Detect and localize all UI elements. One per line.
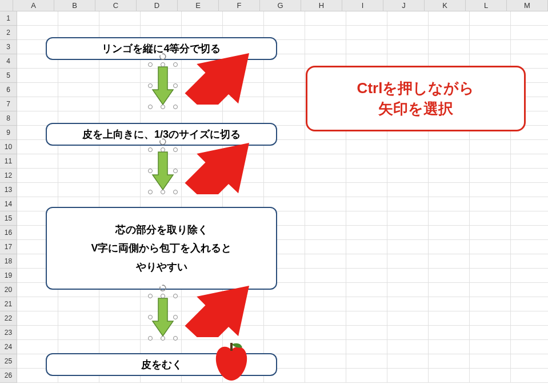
row-header[interactable]: 14 <box>0 197 17 211</box>
flow-arrow-2[interactable] <box>151 151 174 191</box>
row-header[interactable]: 11 <box>0 154 17 169</box>
flow-box-3-line2: V字に両側から包丁を入れると <box>91 239 231 257</box>
row-header[interactable]: 7 <box>0 97 17 111</box>
col-header[interactable]: H <box>301 0 342 11</box>
svg-rect-0 <box>230 343 233 351</box>
row-header[interactable]: 13 <box>0 183 17 197</box>
row-header[interactable]: 8 <box>0 111 17 126</box>
col-header[interactable]: C <box>95 0 137 11</box>
row-header[interactable]: 15 <box>0 211 17 226</box>
col-header[interactable]: D <box>137 0 178 11</box>
callout-line2: 矢印を選択 <box>321 98 510 119</box>
row-header[interactable]: 25 <box>0 354 17 369</box>
row-header[interactable]: 12 <box>0 169 17 183</box>
flow-arrow-3[interactable] <box>151 297 174 337</box>
col-header[interactable]: E <box>178 0 219 11</box>
row-header[interactable]: 20 <box>0 283 17 297</box>
row-header[interactable]: 4 <box>0 54 17 69</box>
row-header[interactable]: 18 <box>0 254 17 269</box>
flow-arrow-1[interactable] <box>151 66 174 106</box>
row-header[interactable]: 16 <box>0 226 17 240</box>
flow-box-3-line1: 芯の部分を取り除く <box>115 221 208 239</box>
row-header[interactable]: 9 <box>0 126 17 140</box>
row-header[interactable]: 24 <box>0 340 17 354</box>
col-header[interactable]: M <box>507 0 548 11</box>
row-header[interactable]: 19 <box>0 269 17 283</box>
annotation-arrow-2 <box>177 143 257 197</box>
rotate-handle-icon[interactable] <box>159 53 167 61</box>
row-header[interactable]: 26 <box>0 369 17 383</box>
col-header[interactable]: F <box>219 0 260 11</box>
rotate-handle-icon[interactable] <box>159 138 167 146</box>
row-header[interactable]: 23 <box>0 326 17 340</box>
flow-box-3-line3: やりやすい <box>136 258 187 276</box>
col-header[interactable]: I <box>342 0 383 11</box>
row-header[interactable]: 6 <box>0 83 17 97</box>
row-headers: 1234567891011121314151617181920212223242… <box>0 11 17 383</box>
annotation-arrow-3 <box>177 286 257 339</box>
col-header[interactable]: J <box>383 0 425 11</box>
col-header[interactable]: L <box>466 0 507 11</box>
row-header[interactable]: 22 <box>0 311 17 326</box>
rotate-handle-icon[interactable] <box>159 285 167 293</box>
flow-box-3[interactable]: 芯の部分を取り除く V字に両側から包丁を入れると やりやすい <box>46 207 277 290</box>
row-header[interactable]: 10 <box>0 140 17 154</box>
row-header[interactable]: 17 <box>0 240 17 254</box>
row-header[interactable]: 2 <box>0 26 17 40</box>
flow-box-4-text: 皮をむく <box>141 358 182 371</box>
callout-line1: Ctrlを押しながら <box>321 78 510 98</box>
col-header[interactable]: A <box>13 0 54 11</box>
col-header[interactable]: K <box>425 0 466 11</box>
instruction-callout: Ctrlを押しながら 矢印を選択 <box>306 66 526 131</box>
row-header[interactable]: 21 <box>0 297 17 311</box>
col-header[interactable]: G <box>260 0 301 11</box>
row-header[interactable]: 1 <box>0 11 17 26</box>
annotation-arrow-1 <box>177 53 257 107</box>
col-header[interactable]: B <box>54 0 95 11</box>
row-header[interactable]: 3 <box>0 40 17 54</box>
select-all-corner[interactable] <box>0 0 13 11</box>
apple-icon[interactable] <box>211 339 251 387</box>
column-headers: A B C D E F G H I J K L M <box>0 0 548 11</box>
row-header[interactable]: 5 <box>0 69 17 83</box>
